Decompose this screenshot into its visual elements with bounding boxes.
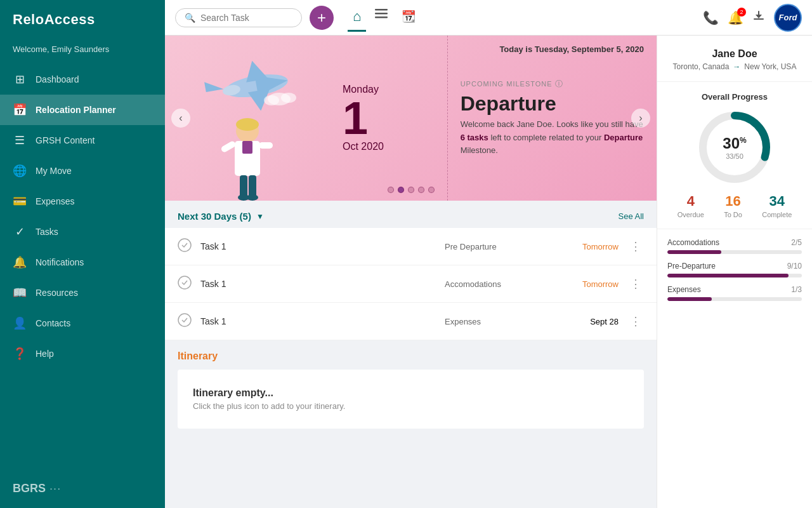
category-ratio: 9/10	[787, 262, 802, 271]
phone-icon[interactable]: 📞	[703, 10, 719, 25]
task-date: Sept 28	[555, 317, 619, 326]
task-date: Tomorrow	[555, 242, 619, 251]
task-more-button[interactable]: ⋮	[627, 312, 644, 331]
notification-badge: 2	[737, 8, 746, 17]
nav-icon-group: ⌂ 📆	[348, 3, 421, 32]
nav-home-button[interactable]: ⌂	[348, 3, 366, 32]
globe-icon: 🌐	[13, 164, 27, 178]
chevron-down-icon[interactable]: ▼	[256, 212, 264, 221]
svg-rect-0	[375, 9, 388, 11]
upcoming-milestone-label: UPCOMING MILESTONE ⓘ	[461, 79, 644, 90]
sidebar-item-label: Contacts	[36, 318, 70, 328]
itinerary-empty-title: Itinerary empty...	[193, 387, 629, 399]
sidebar-item-label: Tasks	[36, 227, 58, 237]
table-row: Task 1 Expenses Sept 28 ⋮	[165, 303, 657, 340]
sidebar-item-label: GRSH Content	[36, 135, 95, 145]
see-all-link[interactable]: See All	[619, 211, 644, 221]
sidebar-item-contacts[interactable]: 👤 Contacts	[0, 308, 165, 338]
sidebar-item-dashboard[interactable]: ⊞ Dashboard	[0, 64, 165, 95]
sidebar-item-grsh-content[interactable]: ☰ GRSH Content	[0, 125, 165, 156]
hero-dot-5[interactable]	[428, 187, 435, 193]
task-name: Task 1	[200, 241, 436, 251]
category-ratio: 2/5	[791, 238, 802, 247]
user-name: Jane Doe	[667, 48, 802, 60]
check-icon: ✓	[13, 225, 27, 239]
center-panel: Today is Tuesday, September 5, 2020 ‹	[165, 36, 657, 508]
category-name: Accomodations	[667, 238, 719, 247]
hero-milestone-panel: UPCOMING MILESTONE ⓘ Departure Welcome b…	[448, 36, 657, 201]
sidebar-item-notifications[interactable]: 🔔 Notifications	[0, 247, 165, 277]
progress-bar-fill	[667, 274, 789, 277]
itinerary-empty: Itinerary empty... Click the plus icon t…	[178, 370, 644, 429]
itinerary-empty-subtitle: Click the plus icon to add to your itine…	[193, 401, 629, 411]
user-header: Jane Doe Toronto, Canada → New York, USA	[657, 36, 812, 82]
progress-fraction: 33/50	[723, 152, 746, 160]
hero-prev-button[interactable]: ‹	[171, 109, 190, 128]
hero-dot-2[interactable]	[398, 187, 404, 193]
category-ratio: 1/3	[791, 285, 802, 294]
sidebar-item-my-move[interactable]: 🌐 My Move	[0, 156, 165, 186]
category-name: Expenses	[667, 285, 701, 294]
svg-point-27	[178, 314, 191, 326]
category-header: Pre-Departure 9/10	[667, 262, 802, 271]
svg-rect-15	[242, 141, 252, 154]
complete-label: Complete	[762, 211, 792, 218]
task-check-icon[interactable]	[178, 276, 192, 293]
welcome-message: Welcome, Emily Saunders	[0, 39, 165, 64]
itinerary-title: Itinerary	[178, 351, 644, 362]
search-icon: 🔍	[185, 13, 195, 23]
hero-dot-1[interactable]	[388, 187, 394, 193]
export-icon[interactable]	[752, 10, 765, 25]
sidebar: ReloAccess Welcome, Emily Saunders ⊞ Das…	[0, 0, 165, 508]
nav-calendar-button[interactable]: 📆	[396, 4, 421, 30]
task-more-button[interactable]: ⋮	[627, 274, 644, 293]
search-box[interactable]: 🔍	[175, 8, 302, 27]
progress-bar-background	[667, 274, 802, 277]
help-icon: ❓	[13, 347, 27, 361]
hero-next-button[interactable]: ›	[631, 109, 650, 128]
svg-point-25	[178, 239, 191, 251]
content-icon: ☰	[13, 133, 27, 147]
card-icon: 💳	[13, 194, 27, 208]
hero-dot-3[interactable]	[408, 187, 414, 193]
app-logo: ReloAccess	[0, 0, 165, 39]
todo-label: To Do	[724, 211, 742, 218]
sidebar-item-expenses[interactable]: 💳 Expenses	[0, 186, 165, 217]
bgrs-logo: BGRS ···	[0, 469, 165, 508]
task-check-icon[interactable]	[178, 238, 192, 255]
donut-chart: 30% 33/50	[697, 109, 773, 185]
tasks-section: Next 30 Days (5) ▼ See All Task 1 Pre De…	[165, 201, 657, 340]
svg-point-23	[281, 93, 296, 103]
stat-overdue: 4 Overdue	[678, 193, 704, 218]
sidebar-item-label: Help	[36, 349, 54, 359]
calendar-icon: 📅	[13, 103, 27, 117]
sidebar-item-tasks[interactable]: ✓ Tasks	[0, 217, 165, 247]
svg-point-26	[178, 276, 191, 289]
progress-bar-fill	[667, 250, 721, 254]
sidebar-item-relocation-planner[interactable]: 📅 Relocation Planner	[0, 95, 165, 125]
task-check-icon[interactable]	[178, 313, 192, 330]
add-button[interactable]: +	[310, 6, 334, 30]
nav-list-button[interactable]	[370, 6, 393, 29]
svg-point-13	[236, 118, 259, 131]
task-category: Expenses	[445, 317, 546, 326]
task-more-button[interactable]: ⋮	[627, 237, 644, 256]
table-row: Task 1 Pre Departure Tomorrow ⋮	[165, 228, 657, 265]
task-name: Task 1	[200, 279, 436, 289]
book-icon: 📖	[13, 286, 27, 300]
notification-icon[interactable]: 🔔 2	[728, 10, 743, 25]
sidebar-item-resources[interactable]: 📖 Resources	[0, 277, 165, 308]
svg-rect-17	[249, 175, 256, 197]
progress-section: Overall Progress 30% 33/50	[657, 82, 812, 229]
right-panel: Jane Doe Toronto, Canada → New York, USA…	[657, 36, 812, 508]
task-name: Task 1	[200, 316, 436, 326]
category-item: Expenses 1/3	[667, 285, 802, 301]
hero-dot-4[interactable]	[418, 187, 424, 193]
svg-marker-5	[756, 15, 762, 18]
sidebar-item-help[interactable]: ❓ Help	[0, 338, 165, 369]
user-route: Toronto, Canada → New York, USA	[667, 62, 802, 71]
hero-month: Oct 2020	[343, 141, 435, 152]
origin-city: Toronto, Canada	[673, 62, 730, 71]
search-input[interactable]	[200, 13, 283, 23]
bell-icon: 🔔	[13, 255, 27, 269]
